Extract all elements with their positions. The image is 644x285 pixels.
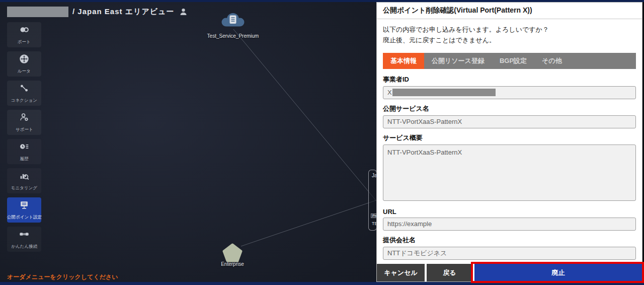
history-icon: [18, 141, 30, 154]
easy-connect-icon: [18, 229, 30, 242]
sidebar-item-router[interactable]: ルータ: [7, 51, 41, 77]
confirmation-line-1: 以下の内容でお申し込みを行います。よろしいですか？: [383, 24, 636, 35]
sidebar-item-easy-connect[interactable]: かんたん接続: [7, 227, 41, 252]
connection-lines: [0, 0, 376, 285]
sidebar-label: モニタリング: [11, 185, 38, 191]
breadcrumb: / Japan East エリアビュー: [7, 7, 188, 17]
redacted-tenant-name: [7, 7, 68, 17]
group-box-text: TE: [372, 221, 376, 226]
service-overview-field[interactable]: NTT-VPortXaaS-PatternX: [383, 145, 636, 201]
panel-title: 公開ポイント削除確認(Virtual Port(Pattern X)): [377, 3, 642, 19]
area-view-title: / Japan East エリアビュー: [72, 7, 174, 17]
bottom-navy-bar: [0, 282, 644, 285]
sidebar-label: 公開ポイント設定: [7, 214, 41, 220]
sidebar-label: ポート: [18, 39, 31, 45]
group-box-premium-badge: Prem: [371, 213, 376, 218]
cancel-button[interactable]: キャンセル: [377, 264, 425, 281]
url-label: URL: [383, 208, 636, 216]
back-button[interactable]: 戻る: [427, 264, 472, 281]
sidebar-item-connection[interactable]: コネクション: [7, 81, 41, 106]
sidebar-item-public-point-settings[interactable]: 公開ポイント設定: [7, 197, 41, 223]
tab-bgp-settings[interactable]: BGP設定: [492, 53, 534, 69]
business-id-value-prefix: X: [387, 89, 392, 96]
group-box-title: Ja: [372, 173, 376, 178]
support-icon: [18, 112, 30, 125]
app-window: / Japan East エリアビュー ポート ルータ: [0, 0, 644, 285]
monitoring-icon: [18, 170, 30, 183]
sidebar-label: かんたん接続: [11, 243, 37, 249]
sidebar-item-support[interactable]: サポート: [7, 110, 41, 135]
tab-other[interactable]: その他: [534, 53, 570, 69]
topology-canvas[interactable]: / Japan East エリアビュー ポート ルータ: [0, 0, 376, 285]
confirmation-line-2: 廃止後、元に戻すことはできません。: [383, 35, 636, 45]
router-icon: [18, 53, 30, 66]
sidebar-item-port[interactable]: ポート: [7, 22, 41, 47]
sidebar-item-monitoring[interactable]: モニタリング: [7, 168, 41, 193]
provider-name-field[interactable]: [383, 247, 636, 260]
sidebar-label: ルータ: [18, 68, 31, 74]
tab-public-resource[interactable]: 公開リソース登録: [424, 53, 492, 69]
basic-info-form: 事業者ID X 公開サービス名 サービス概要 NTT-VPortXaaS-Pat…: [377, 69, 642, 282]
confirmation-text: 以下の内容でお申し込みを行います。よろしいですか？ 廃止後、元に戻すことはできま…: [377, 19, 642, 49]
sidebar-label: 履歴: [20, 156, 28, 162]
service-name-field[interactable]: [383, 115, 636, 128]
business-id-label: 事業者ID: [383, 75, 636, 84]
cloud-icon: [218, 11, 248, 32]
cloud-node-label: Test_Service_Premium: [203, 33, 263, 39]
order-menu-sidebar: ポート ルータ コネクション サポート: [7, 22, 41, 252]
node-cloud-service[interactable]: [218, 11, 248, 34]
person-icon[interactable]: [179, 8, 188, 16]
business-id-redacted-value: [392, 89, 496, 96]
provider-name-label: 提供会社名: [383, 236, 636, 245]
service-name-label: 公開サービス名: [383, 104, 636, 113]
tab-basic-info[interactable]: 基本情報: [383, 53, 424, 69]
port-icon: [18, 24, 30, 37]
delete-confirmation-panel: 公開ポイント削除確認(Virtual Port(Pattern X)) 以下の内…: [376, 2, 642, 282]
service-overview-label: サービス概要: [383, 133, 636, 142]
node-group-box-clipped[interactable]: Ja Prem TE: [368, 170, 376, 231]
status-message: オーダメニューをクリックしてください: [7, 273, 118, 281]
public-point-icon: [18, 199, 30, 212]
tab-bar: 基本情報 公開リソース登録 BGP設定 その他: [383, 53, 636, 69]
top-navy-bar: [0, 0, 644, 2]
url-field[interactable]: [383, 218, 636, 231]
connection-icon: [18, 83, 30, 96]
sidebar-label: サポート: [16, 126, 33, 132]
enterprise-node-label: Enterprise: [202, 261, 263, 267]
business-id-field[interactable]: X: [383, 86, 636, 99]
sidebar-item-history[interactable]: 履歴: [7, 139, 41, 164]
sidebar-label: コネクション: [11, 97, 38, 103]
pentagon-icon: [222, 243, 243, 262]
panel-footer: キャンセル 戻る 廃止: [377, 264, 642, 281]
abolish-button[interactable]: 廃止: [474, 264, 642, 281]
